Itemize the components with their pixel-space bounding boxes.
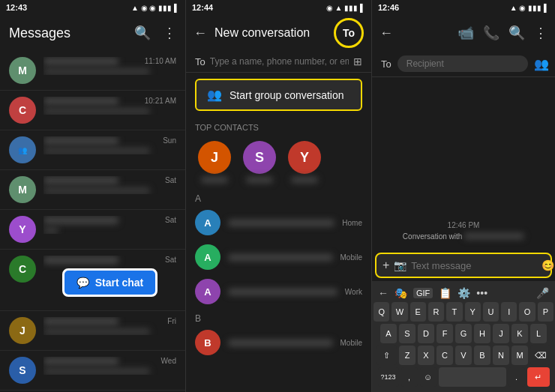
list-item-start-chat[interactable]: C Sat 💬 Start chat [0,250,185,311]
contact-item-s[interactable]: S [243,141,276,183]
conv-with-text: Conversation with [403,232,462,241]
key-m[interactable]: M [512,346,528,365]
back-arrow-icon[interactable]: ← [378,287,388,299]
key-p[interactable]: P [538,302,554,322]
contact-type: Mobile [340,253,362,262]
key-i[interactable]: I [501,302,517,322]
key-j[interactable]: J [493,324,509,343]
key-t[interactable]: T [446,302,462,322]
contact-list-item[interactable]: B Mobile [186,325,371,360]
key-e[interactable]: E [410,302,426,322]
contact-list-item[interactable]: A Work [186,274,371,309]
header-actions: 🔍 ⋮ [134,25,176,41]
key-n[interactable]: N [493,346,509,365]
emoji-key[interactable]: ☺ [420,367,436,387]
chat-recipient-input[interactable] [398,55,528,72]
list-item[interactable]: M 11:10 AM [0,51,185,91]
signal-icons-3: ▲ ◉ ▮▮▮ ▌ [510,4,549,12]
key-f[interactable]: F [436,324,453,343]
contact-avatar-j: J [198,141,231,174]
chat-more-icon[interactable]: ⋮ [534,25,548,41]
emoji-icon[interactable]: 😊 [542,259,554,271]
key-a[interactable]: A [380,324,397,343]
gif-button[interactable]: GIF [413,288,433,298]
chat-back-icon[interactable]: ← [380,25,393,41]
back-icon[interactable]: ← [194,25,207,41]
recipient-input[interactable] [210,56,349,67]
sticker-icon[interactable]: 🎭 [394,287,407,299]
key-o[interactable]: O [519,302,535,322]
list-item[interactable]: 👥 Sun [0,130,185,170]
start-group-conversation-button[interactable]: 👥 Start group conversation [195,79,362,111]
settings-icon[interactable]: ⚙️ [458,287,470,299]
status-icons-3: ▲ ◉ ▮▮▮ ▌ [510,4,549,12]
keyboard-row-2: A S D F G H J K L [374,324,554,343]
contact-list-item[interactable]: A Mobile [186,240,371,274]
key-w[interactable]: W [392,302,407,322]
key-k[interactable]: K [512,324,528,343]
key-b[interactable]: B [474,346,490,365]
mic-toolbar-icon[interactable]: 🎤 [536,287,549,299]
contact-item-y[interactable]: Y [288,141,321,183]
more-toolbar-icon[interactable]: ••• [476,287,488,299]
avatar: C [9,256,36,283]
to-circle: To [334,18,364,48]
key-x[interactable]: X [418,346,434,365]
contact-name [228,340,333,346]
contact-avatar-y: Y [288,141,321,174]
msg-time: 10:21 AM [145,97,176,105]
msg-content: Sat [44,216,176,234]
enter-key[interactable]: ↵ [527,367,550,387]
to-label: To [195,56,206,67]
status-bar-2: 12:44 ◉ ▲ ▮▮▮ ▌ [186,0,371,15]
avatar: M [9,176,36,203]
key-l[interactable]: L [530,324,547,343]
conv-name [464,233,524,239]
comma-key[interactable]: , [401,367,418,387]
period-key[interactable]: . [508,367,525,387]
clipboard-icon[interactable]: 📋 [439,287,452,299]
list-item[interactable]: M Sat [0,170,185,210]
key-q[interactable]: Q [374,302,389,322]
search-icon[interactable]: 🔍 [134,25,151,41]
key-d[interactable]: D [418,324,434,343]
key-u[interactable]: U [483,302,499,322]
key-g[interactable]: G [455,324,472,343]
key-z[interactable]: Z [399,346,416,365]
chat-icon: 💬 [76,277,89,289]
key-s[interactable]: S [399,324,416,343]
add-icon[interactable]: + [382,259,389,272]
space-key[interactable] [439,367,506,387]
contact-item-j[interactable]: J [198,141,231,183]
chat-timestamp: 12:46 PM [378,221,549,229]
add-recipient-icon[interactable]: 👥 [534,57,549,71]
phone-icon[interactable]: 📞 [483,25,500,41]
key-v[interactable]: V [455,346,472,365]
contact-type: Work [345,288,362,296]
list-item[interactable]: S Wed [0,351,185,391]
more-icon[interactable]: ⋮ [163,25,176,41]
contact-avatar-s: S [243,141,276,174]
msg-content: Sat [44,176,176,194]
key-r[interactable]: R [428,302,444,322]
text-message-input[interactable] [411,260,537,271]
backspace-key[interactable]: ⌫ [530,346,551,365]
chat-search-icon[interactable]: 🔍 [508,25,525,41]
contact-list-item[interactable]: A Home [186,205,371,240]
camera-icon[interactable]: 📷 [394,259,406,271]
new-conversation-header: ← New conversation To [186,15,371,51]
video-icon[interactable]: 📹 [458,25,474,41]
shift-key[interactable]: ⇧ [376,346,397,365]
numbers-key[interactable]: ?123 [378,367,399,387]
list-item[interactable]: C 10:21 AM [0,91,185,130]
list-item[interactable]: J Fri [0,311,185,351]
msg-top-row: 11:10 AM [44,57,176,65]
key-y[interactable]: Y [465,302,481,322]
list-item[interactable]: Y Sat [0,210,185,250]
key-h[interactable]: H [474,324,490,343]
start-chat-button-large[interactable]: 💬 Start chat [62,268,158,297]
msg-preview [44,368,150,375]
messages-panel: 12:43 ▲ ◉ ◉ ▮▮▮ ▌ Messages 🔍 ⋮ M 11:10 A… [0,0,186,392]
key-c[interactable]: C [436,346,453,365]
chat-to-row: To 👥 [372,51,555,77]
